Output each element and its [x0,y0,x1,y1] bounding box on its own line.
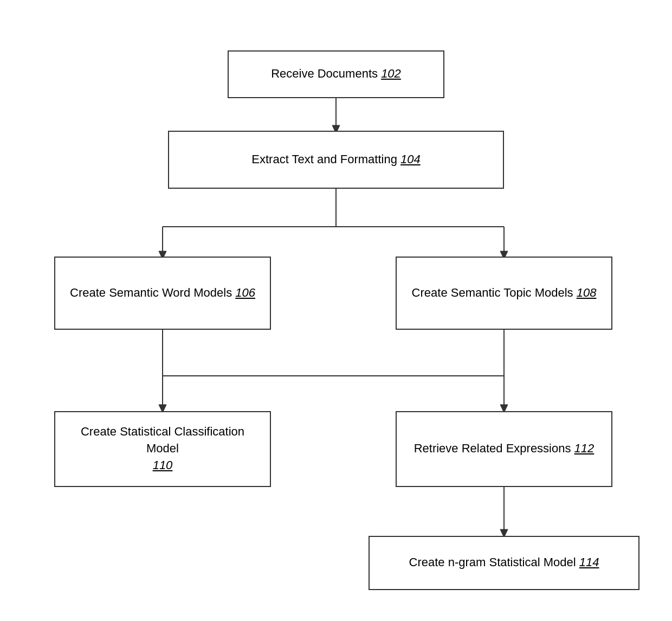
extract-text-label: Extract Text and Formatting 104 [251,151,420,168]
box-extract-text: Extract Text and Formatting 104 [168,131,504,189]
box-semantic-topic: Create Semantic Topic Models 108 [396,257,612,330]
semantic-topic-label: Create Semantic Topic Models 108 [412,285,597,302]
ngram-label: Create n-gram Statistical Model 114 [409,554,599,571]
retrieve-related-label: Retrieve Related Expressions 112 [414,440,595,457]
receive-documents-label: Receive Documents 102 [271,66,401,82]
box-retrieve-related: Retrieve Related Expressions 112 [396,411,612,487]
box-statistical-class: Create Statistical Classification Model1… [54,411,271,487]
semantic-word-label: Create Semantic Word Models 106 [70,285,255,302]
diagram-container: Receive Documents 102 Extract Text and F… [38,18,634,604]
statistical-class-label: Create Statistical Classification Model1… [63,424,262,473]
box-ngram: Create n-gram Statistical Model 114 [369,536,639,590]
box-semantic-word: Create Semantic Word Models 106 [54,257,271,330]
box-receive-documents: Receive Documents 102 [228,50,444,98]
flowchart: Receive Documents 102 Extract Text and F… [38,18,634,604]
